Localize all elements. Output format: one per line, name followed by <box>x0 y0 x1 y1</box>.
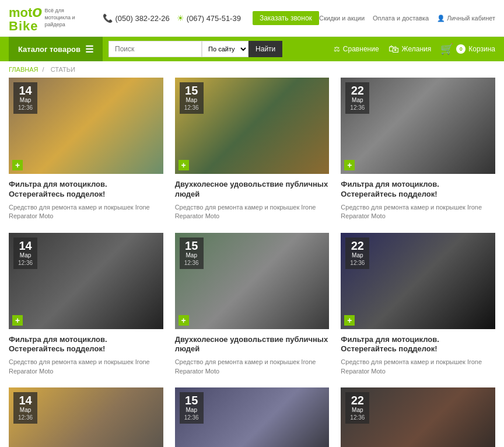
article-date-badge: 22 Мар 12:36 <box>345 82 369 114</box>
article-desc: Средство для ремонта камер и покрышек Ir… <box>9 358 163 376</box>
article-time: 12:36 <box>350 259 365 267</box>
header-link-discounts[interactable]: Скидки и акции <box>319 15 365 22</box>
search-area: По сайту Найти <box>108 41 282 57</box>
breadcrumb-home[interactable]: ГЛАВНАЯ <box>9 66 38 73</box>
article-date-badge: 15 Мар 12:36 <box>180 238 204 269</box>
article-plus-icon: + <box>178 160 189 170</box>
article-card[interactable]: 14 Мар 12:36 + Фильтра для мотоциклов. О… <box>9 78 163 221</box>
phone2-icon: ☀ <box>177 13 184 23</box>
wishlist-tool[interactable]: 🛍 Желания <box>388 43 432 55</box>
article-plus-icon: + <box>344 315 355 326</box>
article-month: Мар <box>350 96 365 104</box>
logo-subtitle: Всё для мотоцикла и райдера <box>44 8 91 28</box>
logo-text: moto Bike <box>9 4 42 33</box>
article-month: Мар <box>184 96 199 104</box>
article-date-badge: 14 Мар 12:36 <box>13 392 37 424</box>
article-image: 14 Мар 12:36 + <box>9 233 163 329</box>
article-time: 12:36 <box>18 414 33 421</box>
article-title: Фильтра для мотоциклов. Остерегайтесь по… <box>9 335 163 355</box>
article-card[interactable]: 22 Мар 12:36 + Фильтра для мотоциклов. О… <box>341 78 495 221</box>
logo[interactable]: moto Bike Всё для мотоцикла и райдера <box>9 4 91 33</box>
article-day: 14 <box>18 394 33 406</box>
cart-tool[interactable]: 🛒 0 Корзина <box>440 43 495 55</box>
article-time: 12:36 <box>184 259 199 267</box>
article-card[interactable]: 14 Мар 12:36 + Фильтра для мотоциклов. О… <box>9 233 163 376</box>
article-day: 22 <box>350 394 365 406</box>
article-day: 22 <box>350 240 365 252</box>
header-link-cabinet[interactable]: 👤 Личный кабинет <box>437 15 495 22</box>
phone1-icon: 📞 <box>103 13 113 23</box>
catalog-button[interactable]: Каталог товаров ☰ <box>9 37 103 61</box>
article-image: 14 Мар 12:36 + <box>9 78 163 174</box>
article-time: 12:36 <box>18 104 33 111</box>
compare-icon: ⚖ <box>334 45 340 53</box>
search-button[interactable]: Найти <box>249 41 282 57</box>
article-image: 22 Мар 12:36 + <box>341 387 495 447</box>
article-desc: Средство для ремонта камер и покрышек Ir… <box>9 203 163 221</box>
article-month: Мар <box>18 96 33 104</box>
article-plus-icon: + <box>344 160 355 170</box>
phone1-item: 📞 (050) 382-22-26 <box>103 13 169 23</box>
article-image: 14 Мар 12:36 + <box>9 387 163 447</box>
article-date-badge: 15 Мар 12:36 <box>180 392 204 424</box>
article-date-badge: 22 Мар 12:36 <box>345 392 369 424</box>
article-date-badge: 15 Мар 12:36 <box>180 82 204 114</box>
articles-grid: 14 Мар 12:36 + Фильтра для мотоциклов. О… <box>9 78 495 447</box>
article-card[interactable]: 14 Мар 12:36 + Фильтра для мотоциклов. О… <box>9 387 163 447</box>
article-month: Мар <box>18 406 33 414</box>
main-content: 14 Мар 12:36 + Фильтра для мотоциклов. О… <box>0 78 504 447</box>
article-plus-icon: + <box>12 160 23 170</box>
header-link-delivery[interactable]: Оплата и доставка <box>373 15 429 22</box>
article-image: 15 Мар 12:36 + <box>175 387 330 447</box>
search-input[interactable] <box>108 41 202 57</box>
article-day: 22 <box>350 85 365 96</box>
article-day: 14 <box>18 85 33 96</box>
article-desc: Средство для ремонта камер и покрышек Ir… <box>175 358 330 376</box>
article-image: 15 Мар 12:36 + <box>175 233 330 329</box>
wishlist-icon: 🛍 <box>388 43 399 55</box>
call-button[interactable]: Заказать звонок <box>253 11 319 25</box>
cart-icon: 🛒 <box>440 43 453 55</box>
article-card[interactable]: 22 Мар 12:36 + Фильтра для мотоциклов. О… <box>341 233 495 376</box>
article-time: 12:36 <box>184 104 199 111</box>
header-phones: 📞 (050) 382-22-26 ☀ (067) 475-51-39 Зака… <box>103 11 318 25</box>
cart-badge: 0 <box>456 44 466 54</box>
article-time: 12:36 <box>350 414 365 421</box>
article-day: 15 <box>184 394 199 406</box>
article-plus-icon: + <box>12 315 23 326</box>
compare-tool[interactable]: ⚖ Сравнение <box>334 45 379 53</box>
nav-tools: ⚖ Сравнение 🛍 Желания 🛒 0 Корзина <box>334 43 495 55</box>
article-time: 12:36 <box>184 414 199 421</box>
article-date-badge: 14 Мар 12:36 <box>13 238 37 269</box>
article-day: 15 <box>184 240 199 252</box>
article-card[interactable]: 15 Мар 12:36 + Двухколесное удовольствие… <box>175 233 330 376</box>
breadcrumb-separator: / <box>43 66 46 73</box>
phone1: (050) 382-22-26 <box>115 14 169 23</box>
article-plus-icon: + <box>178 315 189 326</box>
article-title: Фильтра для мотоциклов. Остерегайтесь по… <box>341 335 495 355</box>
search-scope-select[interactable]: По сайту <box>202 41 249 57</box>
hamburger-icon: ☰ <box>85 44 93 55</box>
article-card[interactable]: 15 Мар 12:36 + Двухколесное удовольствие… <box>175 387 330 447</box>
phone2: (067) 475-51-39 <box>187 14 241 23</box>
article-card[interactable]: 15 Мар 12:36 + Двухколесное удовольствие… <box>175 78 330 221</box>
article-time: 12:36 <box>18 259 33 267</box>
article-month: Мар <box>184 252 199 259</box>
article-image: 15 Мар 12:36 + <box>175 78 330 174</box>
article-month: Мар <box>184 406 199 414</box>
article-title: Фильтра для мотоциклов. Остерегайтесь по… <box>9 180 163 200</box>
article-month: Мар <box>18 252 33 259</box>
article-date-badge: 22 Мар 12:36 <box>345 238 369 269</box>
breadcrumb-current: СТАТЬИ <box>51 66 75 73</box>
compare-label: Сравнение <box>343 45 379 53</box>
breadcrumb: ГЛАВНАЯ / СТАТЬИ <box>0 61 504 78</box>
cart-label: Корзина <box>468 45 495 53</box>
article-day: 15 <box>184 85 199 96</box>
article-title: Фильтра для мотоциклов. Остерегайтесь по… <box>341 180 495 200</box>
article-time: 12:36 <box>350 104 365 111</box>
article-month: Мар <box>350 406 365 414</box>
article-image: 22 Мар 12:36 + <box>341 78 495 174</box>
article-card[interactable]: 22 Мар 12:36 + Фильтра для мотоциклов. О… <box>341 387 495 447</box>
article-day: 14 <box>18 240 33 252</box>
article-desc: Средство для ремонта камер и покрышек Ir… <box>341 358 495 376</box>
